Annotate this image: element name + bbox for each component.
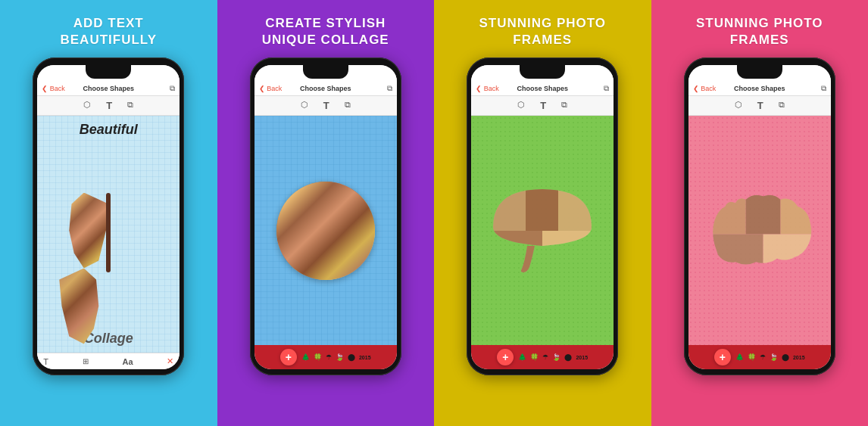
layer-icon-4[interactable]: ⧉ [779, 100, 785, 111]
shape-icon-2[interactable]: ⬡ [301, 100, 308, 111]
nav-title-4: Choose Shapes [734, 85, 785, 92]
app-content-3 [471, 116, 614, 345]
app-bottom-1: T ⊞ Aa ✕ [37, 353, 180, 369]
phone-frame-1: ❮ Back Choose Shapes ⧉ ⬡ T ⧉ Beautiful C… [33, 58, 184, 375]
add-button-3[interactable]: + [497, 349, 514, 365]
nav-title-1: Choose Shapes [83, 85, 134, 92]
resize-tool-icon[interactable]: ⊞ [83, 357, 89, 365]
app-bottom-4: + 🌲 🍀 ☂ 🍃 ⬤ 2015 [688, 345, 831, 369]
butterfly-body [106, 193, 111, 272]
bottom-icons-4: 🌲 🍀 ☂ 🍃 ⬤ 2015 [735, 353, 805, 361]
app-bottom-3: + 🌲 🍀 ☂ 🍃 ⬤ 2015 [471, 345, 614, 369]
app-content-4 [688, 116, 831, 345]
svg-rect-10 [763, 234, 815, 269]
copy-icon-3[interactable]: ⧉ [604, 84, 609, 93]
leaf-icon-3: 🍀 [530, 353, 539, 361]
umbrella-icon-3: ☂ [542, 353, 548, 361]
app-toolbar-1: ⬡ T ⧉ [37, 96, 180, 116]
shape-icon-bot-4: ⬤ [782, 353, 789, 361]
phone-screen-3: ❮ Back Choose Shapes ⧉ ⬡ T ⧉ [471, 65, 614, 369]
umbrella-icon-2: ☂ [326, 353, 332, 361]
font-tool-icon[interactable]: Aa [122, 357, 133, 366]
app-toolbar-2: ⬡ T ⧉ [254, 96, 397, 116]
back-button-2[interactable]: ❮ Back [259, 85, 283, 92]
circle-collage [276, 182, 375, 280]
phone-notch-4 [737, 65, 782, 79]
year-label-4: 2015 [793, 355, 805, 360]
add-button-4[interactable]: + [714, 349, 731, 365]
back-button-3[interactable]: ❮ Back [476, 85, 499, 92]
shape-icon-3[interactable]: ⬡ [517, 100, 525, 111]
copy-icon-1[interactable]: ⧉ [170, 84, 175, 93]
svg-rect-2 [526, 189, 558, 231]
svg-rect-1 [493, 189, 526, 231]
svg-rect-9 [711, 234, 763, 269]
phone-screen-1: ❮ Back Choose Shapes ⧉ ⬡ T ⧉ Beautiful C… [37, 65, 180, 369]
bottom-icons-3: 🌲 🍀 ☂ 🍃 ⬤ 2015 [518, 353, 588, 361]
svg-rect-6 [711, 192, 746, 234]
text-collage: Collage [84, 331, 133, 347]
panel-2-title: CREATE STYLISHUNIQUE COLLAGE [262, 14, 389, 50]
phone-notch-1 [86, 65, 131, 79]
phone-frame-2: ❮ Back Choose Shapes ⧉ ⬡ T ⧉ + 🌲 🍀 ☂ [250, 58, 401, 375]
panel-4-title: STUNNING PHOTOFRAMES [696, 14, 823, 50]
svg-rect-8 [780, 192, 815, 234]
tree-icon-2: 🌲 [301, 353, 310, 361]
back-button-4[interactable]: ❮ Back [693, 85, 717, 92]
text-icon-4[interactable]: T [757, 100, 763, 111]
text-tool-icon[interactable]: T [43, 357, 48, 366]
panel-frames-2: STUNNING PHOTOFRAMES ❮ Back Choose Shape… [651, 0, 869, 426]
tree-icon-3: 🌲 [518, 353, 526, 361]
shape-icon-1[interactable]: ⬡ [83, 100, 91, 111]
shape-icon-bot-2: ⬤ [348, 353, 355, 361]
svg-rect-7 [745, 192, 780, 234]
layer-icon-1[interactable]: ⧉ [127, 100, 133, 111]
nav-title-3: Choose Shapes [517, 85, 568, 92]
app-toolbar-3: ⬡ T ⧉ [471, 96, 614, 116]
dog-silhouette [699, 189, 820, 272]
umbrella-silhouette [486, 185, 599, 276]
plant-icon-4: 🍃 [770, 353, 778, 361]
wing-left [59, 193, 108, 269]
svg-rect-3 [558, 189, 592, 231]
text-icon-3[interactable]: T [540, 100, 546, 111]
add-button-2[interactable]: + [280, 349, 297, 365]
copy-icon-4[interactable]: ⧉ [821, 84, 826, 93]
panel-1-title: ADD TEXTBEAUTIFULLY [61, 14, 158, 50]
year-label-2: 2015 [359, 355, 371, 360]
text-icon-1[interactable]: T [106, 100, 112, 111]
phone-frame-3: ❮ Back Choose Shapes ⧉ ⬡ T ⧉ [467, 58, 618, 375]
shape-icon-bot-3: ⬤ [564, 353, 572, 361]
bottom-icons-2: 🌲 🍀 ☂ 🍃 ⬤ 2015 [301, 353, 371, 361]
back-button-1[interactable]: ❮ Back [42, 85, 65, 92]
phone-notch-2 [303, 65, 348, 79]
leaf-icon-2: 🍀 [314, 353, 322, 361]
close-tool-icon[interactable]: ✕ [167, 356, 173, 366]
umbrella-icon-4: ☂ [760, 353, 766, 361]
svg-rect-5 [542, 231, 592, 272]
app-toolbar-4: ⬡ T ⧉ [688, 96, 831, 116]
leaf-icon-4: 🍀 [748, 353, 756, 361]
butterfly-collage [59, 193, 158, 276]
layer-icon-3[interactable]: ⧉ [561, 100, 567, 111]
svg-rect-4 [493, 231, 542, 272]
phone-notch-3 [520, 65, 565, 79]
shape-icon-4[interactable]: ⬡ [735, 100, 742, 111]
app-content-1: Beautiful Collage [37, 116, 180, 353]
nav-title-2: Choose Shapes [300, 85, 351, 92]
year-label-3: 2015 [576, 355, 588, 360]
tree-icon-4: 🌲 [735, 353, 744, 361]
panel-add-text: ADD TEXTBEAUTIFULLY ❮ Back Choose Shapes… [0, 0, 217, 426]
plant-icon-3: 🍃 [552, 353, 560, 361]
app-bottom-2: + 🌲 🍀 ☂ 🍃 ⬤ 2015 [254, 345, 397, 369]
panel-frames-1: STUNNING PHOTOFRAMES ❮ Back Choose Shape… [434, 0, 651, 426]
text-beautiful: Beautiful [80, 122, 138, 138]
panel-collage: CREATE STYLISHUNIQUE COLLAGE ❮ Back Choo… [217, 0, 435, 426]
app-content-2 [254, 116, 397, 345]
phone-screen-2: ❮ Back Choose Shapes ⧉ ⬡ T ⧉ + 🌲 🍀 ☂ [254, 65, 397, 369]
text-icon-2[interactable]: T [323, 100, 329, 111]
layer-icon-2[interactable]: ⧉ [345, 100, 351, 111]
plant-icon-2: 🍃 [336, 353, 344, 361]
copy-icon-2[interactable]: ⧉ [387, 84, 392, 93]
phone-screen-4: ❮ Back Choose Shapes ⧉ ⬡ T ⧉ [688, 65, 831, 369]
